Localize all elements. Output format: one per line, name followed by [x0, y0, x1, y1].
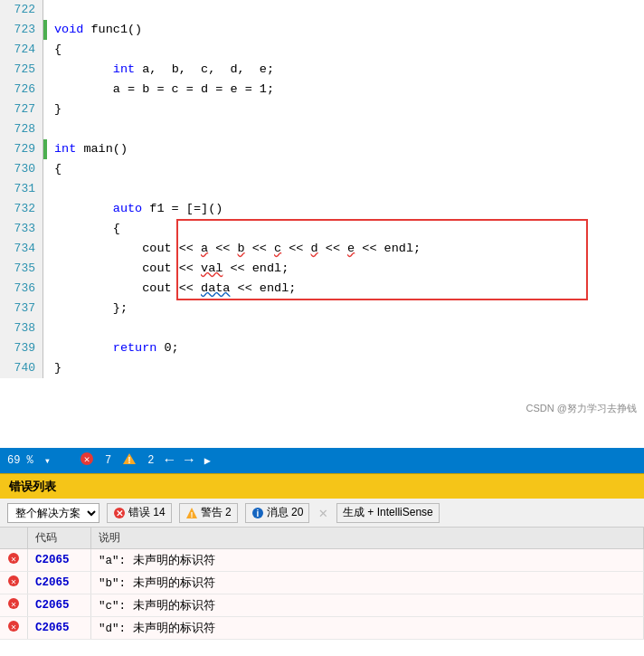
line-number: 739	[0, 338, 43, 358]
code-content	[47, 119, 54, 139]
line-number: 729	[0, 139, 43, 159]
status-bar: 69 % ▾ ✕ 7 ! 2 ← → ▶	[0, 448, 644, 473]
prev-arrow[interactable]: ←	[165, 452, 174, 469]
code-content: void func1()	[47, 20, 142, 40]
code-line-736: 736 cout << data << endl;	[0, 279, 644, 299]
error-desc: "b": 未声明的标识符	[91, 572, 644, 594]
col-desc: 说明	[91, 528, 644, 549]
line-number: 732	[0, 199, 43, 219]
build-btn[interactable]: 生成 + IntelliSense	[336, 503, 440, 523]
svg-text:✕: ✕	[116, 509, 123, 518]
error-filter-btn[interactable]: ✕ 错误 14	[107, 503, 172, 523]
code-content: cout << val << endl;	[47, 259, 289, 279]
error-code: C2065	[28, 594, 91, 617]
error-label: 错误 14	[128, 505, 166, 520]
code-line-728: 728	[0, 119, 644, 139]
error-count: 7	[105, 454, 111, 467]
code-line-726: 726 a = b = c = d = e = 1;	[0, 80, 644, 100]
error-table: 代码 说明 ✕C2065"a": 未声明的标识符✕C2065"b": 未声明的标…	[0, 528, 644, 640]
line-number: 727	[0, 100, 43, 119]
line-number: 737	[0, 299, 43, 318]
code-line-733: 733 {	[0, 219, 644, 239]
code-content: return 0;	[47, 338, 179, 358]
code-line-724: 724 {	[0, 40, 644, 60]
code-line-737: 737 };	[0, 299, 644, 318]
code-content: auto f1 = [=]()	[47, 199, 223, 219]
code-line-735: 735 cout << val << endl;	[0, 259, 644, 279]
line-number: 723	[0, 20, 43, 40]
warning-label: 警告 2	[201, 505, 232, 520]
scroll-right[interactable]: ▶	[204, 454, 211, 468]
line-number: 738	[0, 318, 43, 338]
error-code: C2065	[28, 617, 91, 640]
table-row[interactable]: ✕C2065"a": 未声明的标识符	[0, 549, 644, 572]
code-line-732: 732 auto f1 = [=]()	[0, 199, 644, 219]
next-arrow[interactable]: →	[185, 452, 194, 469]
code-line-731: 731	[0, 179, 644, 199]
svg-text:✕: ✕	[11, 600, 16, 610]
line-number: 730	[0, 159, 43, 179]
code-line-740: 740 }	[0, 358, 644, 378]
table-row[interactable]: ✕C2065"c": 未声明的标识符	[0, 594, 644, 617]
line-number: 726	[0, 80, 43, 100]
error-desc: "d": 未声明的标识符	[91, 617, 644, 640]
error-list-title: 错误列表	[0, 473, 644, 499]
line-number: 724	[0, 40, 43, 60]
line-number: 728	[0, 119, 43, 139]
table-row[interactable]: ✕C2065"d": 未声明的标识符	[0, 617, 644, 640]
code-content	[47, 0, 54, 20]
line-number: 733	[0, 219, 43, 239]
code-content: }	[47, 358, 62, 378]
toolbar-separator: ✕	[318, 504, 327, 522]
code-editor: 722 723 void func1() 724 { 725 int a, b,…	[0, 0, 644, 448]
table-row[interactable]: ✕C2065"b": 未声明的标识符	[0, 572, 644, 594]
code-line-738: 738	[0, 318, 644, 338]
svg-text:✕: ✕	[11, 623, 16, 632]
code-line-722: 722	[0, 0, 644, 20]
code-content: };	[47, 299, 128, 318]
message-label: 消息 20	[267, 505, 304, 520]
error-code: C2065	[28, 549, 91, 572]
svg-text:!: !	[190, 510, 193, 519]
line-number: 725	[0, 60, 43, 80]
line-number: 740	[0, 358, 43, 378]
message-filter-btn[interactable]: i 消息 20	[245, 503, 310, 523]
zoom-dropdown-icon[interactable]: ▾	[44, 454, 51, 468]
code-content: int main()	[47, 139, 128, 159]
svg-text:✕: ✕	[84, 454, 90, 465]
line-number: 734	[0, 239, 43, 259]
code-content: {	[47, 219, 120, 239]
error-row-icon: ✕	[0, 549, 28, 572]
svg-text:!: !	[127, 456, 132, 466]
watermark: CSDN @努力学习去挣钱	[526, 402, 637, 415]
error-row-icon: ✕	[0, 617, 28, 640]
code-line-729: 729 int main()	[0, 139, 644, 159]
code-line-725: 725 int a, b, c, d, e;	[0, 60, 644, 80]
code-line-739: 739 return 0;	[0, 338, 644, 358]
scope-selector[interactable]: 整个解决方案	[7, 503, 99, 523]
code-line-734: 734 cout << a << b << c << d << e << end…	[0, 239, 644, 259]
warning-count: 2	[147, 454, 154, 467]
svg-text:✕: ✕	[11, 577, 16, 587]
code-content: {	[47, 159, 62, 179]
warning-icon: !	[122, 452, 137, 470]
code-line-730: 730 {	[0, 159, 644, 179]
code-content: int a, b, c, d, e;	[47, 60, 274, 80]
col-icon	[0, 528, 28, 549]
code-content: cout << data << endl;	[47, 279, 296, 299]
code-content: }	[47, 100, 62, 119]
code-line-727: 727 }	[0, 100, 644, 119]
error-list-panel: 错误列表 整个解决方案 ✕ 错误 14 ! 警告 2 i 消息 20 ✕ 生成 …	[0, 473, 644, 640]
code-content	[47, 179, 54, 199]
error-list-toolbar: 整个解决方案 ✕ 错误 14 ! 警告 2 i 消息 20 ✕ 生成 + Int…	[0, 499, 644, 528]
build-label: 生成 + IntelliSense	[343, 505, 433, 520]
warning-filter-btn[interactable]: ! 警告 2	[179, 503, 238, 523]
error-row-icon: ✕	[0, 594, 28, 617]
line-number: 722	[0, 0, 43, 20]
line-number: 736	[0, 279, 43, 299]
line-number: 731	[0, 179, 43, 199]
code-content: {	[47, 40, 62, 60]
col-code: 代码	[28, 528, 91, 549]
error-desc: "a": 未声明的标识符	[91, 549, 644, 572]
svg-text:✕: ✕	[11, 555, 16, 565]
